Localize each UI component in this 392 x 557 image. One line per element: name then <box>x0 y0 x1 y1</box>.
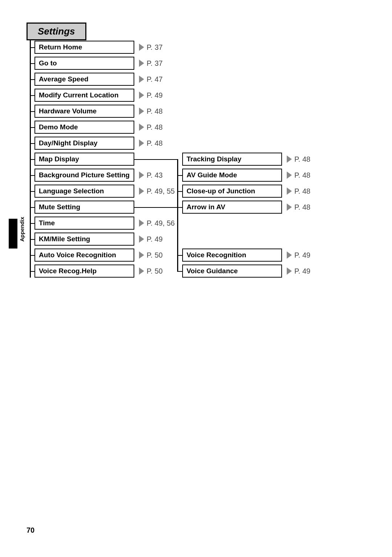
item-demo-mode[interactable]: Demo Mode <box>34 121 134 134</box>
item-label: Voice Recognition <box>187 251 246 259</box>
page-ref: P. 48 <box>294 171 310 179</box>
item-language[interactable]: Language Selection <box>34 185 134 198</box>
item-label: Background Picture Setting <box>39 171 130 179</box>
page-ref: P. 49 <box>294 267 310 275</box>
settings-header: Settings <box>26 23 86 40</box>
page-ref: P. 50 <box>147 251 163 259</box>
subtree-trunk-b <box>177 207 178 272</box>
settings-header-text: Settings <box>38 26 75 37</box>
page: Appendix Settings Return Home P. 37 Go t… <box>0 0 392 557</box>
arrow-icon <box>139 44 144 51</box>
tree-connector <box>30 79 35 80</box>
item-label: Voice Recog.Help <box>39 267 97 275</box>
tree-connector <box>177 271 182 272</box>
item-modify-location[interactable]: Modify Current Location <box>34 89 134 102</box>
arrow-icon <box>287 203 292 211</box>
header: Settings <box>26 23 86 40</box>
page-ref: P. 47 <box>147 75 163 84</box>
arrow-icon <box>139 140 144 147</box>
arrow-icon <box>139 108 144 115</box>
page-ref: P. 48 <box>147 139 163 148</box>
item-label: Arrow in AV <box>187 203 225 211</box>
tree-connector <box>177 175 182 176</box>
item-label: Demo Mode <box>39 123 78 131</box>
item-auto-voice[interactable]: Auto Voice Recognition <box>34 249 134 262</box>
page-ref: P. 49, 55 <box>147 187 175 195</box>
item-map-display[interactable]: Map Display <box>34 153 134 166</box>
page-ref: P. 48 <box>294 203 310 211</box>
item-closeup-junction[interactable]: Close-up of Junction <box>182 185 282 198</box>
tree-connector <box>177 191 182 192</box>
item-voice-guidance[interactable]: Voice Guidance <box>182 265 282 278</box>
item-label: Hardware Volume <box>39 107 97 115</box>
item-label: KM/Mile Setting <box>39 235 90 243</box>
page-ref: P. 48 <box>294 155 310 164</box>
page-ref: P. 49 <box>147 91 163 100</box>
item-label: Time <box>39 219 55 227</box>
page-ref: P. 37 <box>147 59 163 68</box>
tree-connector <box>30 159 35 160</box>
item-arrow-av[interactable]: Arrow in AV <box>182 201 282 214</box>
arrow-icon <box>287 187 292 195</box>
item-time[interactable]: Time <box>34 217 134 230</box>
item-day-night[interactable]: Day/Night Display <box>34 137 134 150</box>
tree-connector <box>30 111 35 112</box>
tree-connector <box>30 47 35 48</box>
item-av-guide[interactable]: AV Guide Mode <box>182 169 282 182</box>
subtree-trunk-a <box>177 159 178 208</box>
item-label: Go to <box>39 59 57 67</box>
page-ref: P. 49 <box>294 251 310 259</box>
item-return-home[interactable]: Return Home <box>34 41 134 54</box>
tree-connector <box>30 175 35 176</box>
item-label: Close-up of Junction <box>187 187 255 195</box>
tree-connector <box>177 255 182 256</box>
item-label: Return Home <box>39 43 82 51</box>
page-ref: P. 50 <box>147 267 163 275</box>
item-voice-recognition[interactable]: Voice Recognition <box>182 249 282 262</box>
item-hardware-volume[interactable]: Hardware Volume <box>34 105 134 118</box>
item-mute[interactable]: Mute Setting <box>34 201 134 214</box>
item-label: Mute Setting <box>39 203 80 211</box>
arrow-icon <box>139 171 144 179</box>
page-ref: P. 49, 56 <box>147 219 175 227</box>
tree-connector <box>134 159 178 160</box>
item-label: AV Guide Mode <box>187 171 237 179</box>
item-tracking-display[interactable]: Tracking Display <box>182 153 282 166</box>
arrow-icon <box>139 124 144 131</box>
arrow-icon <box>139 187 144 195</box>
page-number: 70 <box>26 526 34 534</box>
arrow-icon <box>139 267 144 275</box>
item-label: Auto Voice Recognition <box>39 251 116 259</box>
item-km-mile[interactable]: KM/Mile Setting <box>34 233 134 246</box>
arrow-icon <box>287 267 292 275</box>
tree-connector <box>30 223 35 224</box>
tree-connector <box>30 143 35 144</box>
arrow-icon <box>287 251 292 259</box>
appendix-label: Appendix <box>19 217 25 242</box>
item-go-to[interactable]: Go to <box>34 57 134 70</box>
arrow-icon <box>139 251 144 259</box>
page-ref: P. 49 <box>147 235 163 243</box>
page-ref: P. 37 <box>147 43 163 52</box>
arrow-icon <box>139 219 144 227</box>
page-ref: P. 48 <box>294 187 310 195</box>
page-ref: P. 48 <box>147 123 163 132</box>
arrow-icon <box>287 156 292 163</box>
tree-connector <box>30 191 35 192</box>
tree-connector <box>30 207 35 208</box>
item-voice-help[interactable]: Voice Recog.Help <box>34 265 134 278</box>
item-label: Tracking Display <box>187 155 241 163</box>
tree-connector <box>134 207 178 208</box>
appendix-tab <box>9 219 17 249</box>
item-average-speed[interactable]: Average Speed <box>34 73 134 86</box>
item-label: Map Display <box>39 155 79 163</box>
page-ref: P. 48 <box>147 107 163 116</box>
arrow-icon <box>287 171 292 179</box>
tree-trunk <box>30 39 31 278</box>
tree-connector <box>30 271 35 272</box>
item-bg-picture[interactable]: Background Picture Setting <box>34 169 134 182</box>
tree-connector <box>30 239 35 240</box>
tree-connector <box>30 255 35 256</box>
item-label: Modify Current Location <box>39 91 119 99</box>
item-label: Average Speed <box>39 75 89 83</box>
